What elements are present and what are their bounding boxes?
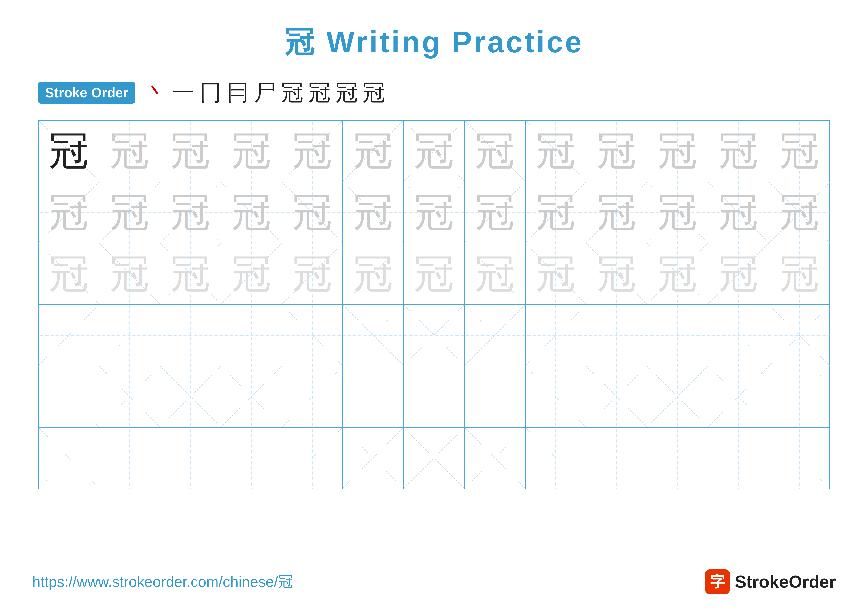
grid-cell-5-6[interactable] — [343, 366, 404, 427]
grid-cell-4-13[interactable] — [769, 305, 830, 366]
grid-cell-6-9[interactable] — [525, 428, 586, 489]
grid-cell-1-12[interactable]: 冠 — [708, 121, 769, 182]
grid-cell-6-1[interactable] — [39, 428, 99, 489]
grid-cell-1-7[interactable]: 冠 — [404, 121, 465, 182]
grid-cell-5-4[interactable] — [221, 366, 282, 427]
grid-cell-4-11[interactable] — [647, 305, 708, 366]
char-light: 冠 — [597, 131, 636, 171]
grid-cell-2-13[interactable]: 冠 — [769, 182, 830, 243]
grid-cell-2-7[interactable]: 冠 — [404, 182, 465, 243]
grid-cell-6-3[interactable] — [160, 428, 221, 489]
svg-line-93 — [465, 305, 525, 365]
grid-cell-5-8[interactable] — [465, 366, 525, 427]
grid-cell-2-9[interactable]: 冠 — [525, 182, 586, 243]
grid-cell-1-11[interactable]: 冠 — [647, 121, 708, 182]
grid-cell-3-10[interactable]: 冠 — [586, 244, 647, 305]
grid-cell-1-13[interactable]: 冠 — [769, 121, 830, 182]
grid-cell-1-5[interactable]: 冠 — [282, 121, 343, 182]
grid-cell-3-3[interactable]: 冠 — [160, 244, 221, 305]
grid-cell-5-3[interactable] — [160, 366, 221, 427]
grid-cell-2-6[interactable]: 冠 — [343, 182, 404, 243]
grid-cell-5-9[interactable] — [525, 366, 586, 427]
grid-cell-3-2[interactable]: 冠 — [99, 244, 160, 305]
grid-cell-3-7[interactable]: 冠 — [404, 244, 465, 305]
grid-cell-6-4[interactable] — [221, 428, 282, 489]
grid-cell-6-8[interactable] — [465, 428, 525, 489]
grid-cell-4-9[interactable] — [525, 305, 586, 366]
svg-line-150 — [647, 428, 708, 488]
grid-cell-1-4[interactable]: 冠 — [221, 121, 282, 182]
page-title: 冠 Writing Practice — [285, 22, 584, 63]
grid-cell-3-5[interactable]: 冠 — [282, 244, 343, 305]
grid-cell-3-12[interactable]: 冠 — [708, 244, 769, 305]
stroke-order-badge: Stroke Order — [38, 82, 135, 104]
grid-cell-3-13[interactable]: 冠 — [769, 244, 830, 305]
grid-cell-3-9[interactable]: 冠 — [525, 244, 586, 305]
footer-url[interactable]: https://www.strokeorder.com/chinese/冠 — [32, 572, 293, 592]
grid-cell-4-7[interactable] — [404, 305, 465, 366]
grid-cell-6-13[interactable] — [769, 428, 830, 489]
grid-cell-6-12[interactable] — [708, 428, 769, 489]
svg-line-126 — [708, 366, 769, 427]
char-very-light: 冠 — [719, 254, 758, 294]
grid-cell-2-11[interactable]: 冠 — [647, 182, 708, 243]
grid-cell-1-8[interactable]: 冠 — [465, 121, 525, 182]
svg-line-134 — [160, 428, 221, 488]
grid-cell-5-1[interactable] — [39, 366, 99, 427]
grid-cell-5-10[interactable] — [586, 366, 647, 427]
grid-row-5 — [39, 366, 829, 428]
grid-cell-1-9[interactable]: 冠 — [525, 121, 586, 182]
char-very-light: 冠 — [110, 254, 149, 294]
grid-cell-2-3[interactable]: 冠 — [160, 182, 221, 243]
grid-cell-5-12[interactable] — [708, 366, 769, 427]
grid-cell-6-10[interactable] — [586, 428, 647, 489]
grid-cell-6-2[interactable] — [99, 428, 160, 489]
char-light: 冠 — [293, 193, 332, 232]
char-light: 冠 — [110, 193, 149, 232]
grid-cell-5-7[interactable] — [404, 366, 465, 427]
grid-cell-4-3[interactable] — [160, 305, 221, 366]
grid-cell-3-11[interactable]: 冠 — [647, 244, 708, 305]
grid-cell-6-6[interactable] — [343, 428, 404, 489]
grid-cell-4-2[interactable] — [99, 305, 160, 366]
grid-cell-2-4[interactable]: 冠 — [221, 182, 282, 243]
svg-line-80 — [99, 305, 160, 365]
grid-cell-5-2[interactable] — [99, 366, 160, 427]
grid-cell-3-4[interactable]: 冠 — [221, 244, 282, 305]
char-very-light: 冠 — [658, 254, 697, 294]
grid-cell-2-2[interactable]: 冠 — [99, 182, 160, 243]
grid-cell-5-13[interactable] — [769, 366, 830, 427]
grid-cell-4-5[interactable] — [282, 305, 343, 366]
grid-cell-4-12[interactable] — [708, 305, 769, 366]
grid-cell-4-6[interactable] — [343, 305, 404, 366]
grid-cell-3-8[interactable]: 冠 — [465, 244, 525, 305]
grid-cell-1-2[interactable]: 冠 — [99, 121, 160, 182]
grid-cell-5-5[interactable] — [282, 366, 343, 427]
grid-cell-2-12[interactable]: 冠 — [708, 182, 769, 243]
grid-cell-6-11[interactable] — [647, 428, 708, 489]
grid-cell-1-3[interactable]: 冠 — [160, 121, 221, 182]
char-very-light: 冠 — [353, 254, 393, 294]
grid-cell-4-1[interactable] — [39, 305, 99, 366]
grid-cell-1-1[interactable]: 冠 — [39, 121, 99, 182]
svg-line-155 — [769, 428, 830, 489]
grid-cell-3-6[interactable]: 冠 — [343, 244, 404, 305]
grid-cell-4-4[interactable] — [221, 305, 282, 366]
grid-cell-4-8[interactable] — [465, 305, 525, 366]
grid-cell-2-10[interactable]: 冠 — [586, 182, 647, 243]
grid-cell-2-8[interactable]: 冠 — [465, 182, 525, 243]
grid-cell-3-1[interactable]: 冠 — [39, 244, 99, 305]
grid-cell-6-7[interactable] — [404, 428, 465, 489]
grid-cell-6-5[interactable] — [282, 428, 343, 489]
grid-cell-5-11[interactable] — [647, 366, 708, 427]
svg-line-128 — [769, 366, 830, 427]
grid-cell-4-10[interactable] — [586, 305, 647, 366]
svg-line-87 — [282, 305, 343, 365]
grid-cell-2-5[interactable]: 冠 — [282, 182, 343, 243]
svg-line-95 — [525, 305, 586, 365]
footer-logo-char: 字 — [710, 572, 725, 592]
grid-cell-2-1[interactable]: 冠 — [39, 182, 99, 243]
stroke-order-row: Stroke Order 丶 一 冂 冃 尸 冠 冠 冠 冠 — [38, 78, 830, 108]
grid-cell-1-6[interactable]: 冠 — [343, 121, 404, 182]
grid-cell-1-10[interactable]: 冠 — [586, 121, 647, 182]
